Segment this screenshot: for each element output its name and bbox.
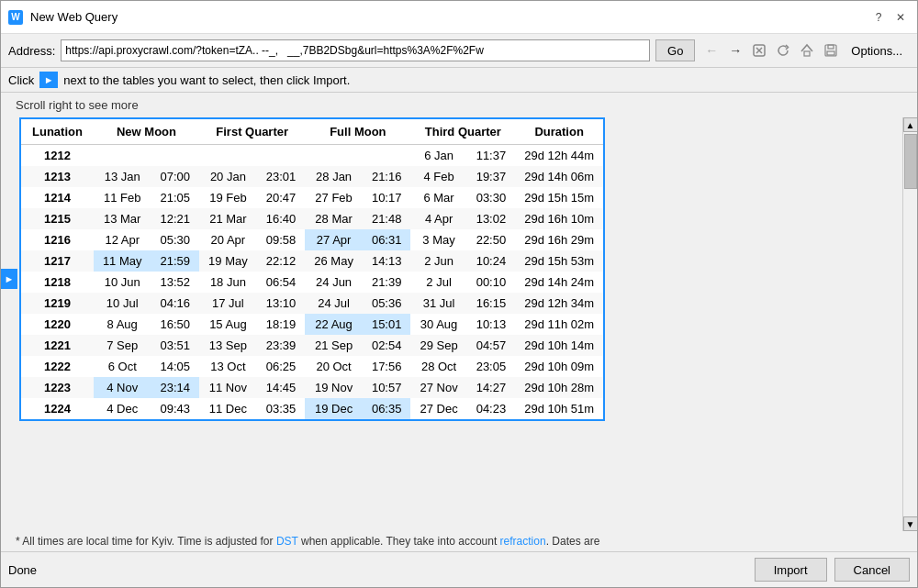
table-cell: 27 Nov bbox=[410, 377, 466, 398]
table-cell: 13 Sep bbox=[199, 335, 257, 356]
close-button[interactable]: ✕ bbox=[891, 8, 910, 27]
table-cell: 06:25 bbox=[257, 356, 306, 377]
table-cell: 11 Nov bbox=[199, 377, 257, 398]
title-bar: W New Web Query ? ✕ bbox=[1, 1, 917, 34]
table-cell: 13:10 bbox=[257, 293, 306, 314]
title-bar-left: W New Web Query bbox=[8, 10, 118, 25]
table-cell: 1214 bbox=[20, 187, 94, 208]
web-icon: W bbox=[8, 10, 23, 25]
table-cell: 19 Dec bbox=[305, 398, 363, 420]
col-duration: Duration bbox=[515, 118, 604, 145]
table-cell: 29d 14h 06m bbox=[515, 166, 604, 187]
table-cell: 1220 bbox=[20, 314, 94, 335]
dialog-title: New Web Query bbox=[30, 10, 118, 24]
table-cell: 19 Feb bbox=[199, 187, 257, 208]
cancel-button[interactable]: Cancel bbox=[834, 558, 910, 582]
save-button[interactable] bbox=[820, 39, 842, 61]
scroll-down-arrow[interactable]: ▼ bbox=[903, 516, 918, 531]
table-cell: 4 Feb bbox=[410, 166, 466, 187]
lunar-table: Lunation New Moon First Quarter Full Moo… bbox=[19, 117, 605, 421]
table-cell: 26 May bbox=[305, 250, 363, 272]
table-cell: 21:05 bbox=[151, 187, 200, 208]
table-cell: 6 Jan bbox=[410, 145, 466, 167]
table-cell: 21:39 bbox=[363, 272, 411, 293]
table-cell: 03:51 bbox=[151, 335, 200, 356]
click-bar: Click ► next to the tables you want to s… bbox=[1, 68, 917, 93]
address-label: Address: bbox=[8, 44, 55, 58]
table-cell: 6 Mar bbox=[410, 187, 466, 208]
table-cell: 21:48 bbox=[363, 208, 411, 229]
go-button[interactable]: Go bbox=[655, 39, 695, 61]
table-cell: 2 Jun bbox=[410, 250, 466, 272]
table-cell: 1218 bbox=[20, 272, 94, 293]
table-cell: 10:13 bbox=[467, 314, 516, 335]
table-cell: 28 Mar bbox=[305, 208, 363, 229]
table-scroll-area[interactable]: Lunation New Moon First Quarter Full Moo… bbox=[19, 117, 902, 531]
back-button[interactable]: ← bbox=[700, 39, 722, 61]
table-cell: 13 Mar bbox=[94, 208, 151, 229]
table-cell bbox=[257, 145, 306, 167]
table-cell: 1217 bbox=[20, 250, 94, 272]
table-cell: 2 Jul bbox=[410, 272, 466, 293]
import-button[interactable]: Import bbox=[755, 558, 827, 582]
table-cell: 13:02 bbox=[467, 208, 516, 229]
scroll-up-arrow[interactable]: ▲ bbox=[903, 117, 918, 132]
table-select-arrow[interactable]: ► bbox=[1, 269, 17, 289]
table-cell: 30 Aug bbox=[410, 314, 466, 335]
table-cell: 12:21 bbox=[151, 208, 200, 229]
table-cell: 19:37 bbox=[467, 166, 516, 187]
table-cell: 10 Jun bbox=[94, 272, 151, 293]
table-cell: 1215 bbox=[20, 208, 94, 229]
table-cell: 27 Dec bbox=[410, 398, 466, 420]
col-third-quarter: Third Quarter bbox=[410, 118, 515, 145]
table-cell: 7 Sep bbox=[94, 335, 151, 356]
table-cell bbox=[94, 145, 151, 167]
table-cell: 29 Sep bbox=[410, 335, 466, 356]
table-cell: 27 Feb bbox=[305, 187, 363, 208]
home-button[interactable] bbox=[796, 39, 818, 61]
table-cell: 21 Sep bbox=[305, 335, 363, 356]
table-cell: 1221 bbox=[20, 335, 94, 356]
table-cell: 29d 11h 02m bbox=[515, 314, 604, 335]
table-cell: 04:57 bbox=[467, 335, 516, 356]
table-cell: 28 Oct bbox=[410, 356, 466, 377]
table-cell: 29d 16h 10m bbox=[515, 208, 604, 229]
table-cell: 07:00 bbox=[151, 166, 200, 187]
click-instruction: next to the tables you want to select, t… bbox=[63, 73, 350, 87]
table-cell: 1213 bbox=[20, 166, 94, 187]
svg-rect-3 bbox=[804, 51, 810, 56]
table-cell: 29d 12h 44m bbox=[515, 145, 604, 167]
table-cell: 23:01 bbox=[257, 166, 306, 187]
help-button[interactable]: ? bbox=[869, 8, 888, 27]
table-cell: 18 Jun bbox=[199, 272, 257, 293]
table-cell: 15 Aug bbox=[199, 314, 257, 335]
table-cell: 14:45 bbox=[257, 377, 306, 398]
table-cell: 29d 15h 15m bbox=[515, 187, 604, 208]
table-cell: 1222 bbox=[20, 356, 94, 377]
table-cell: 29d 10h 14m bbox=[515, 335, 604, 356]
table-cell: 06:31 bbox=[363, 229, 411, 250]
click-label: Click bbox=[8, 73, 34, 87]
status-text: Done bbox=[8, 563, 37, 577]
vertical-scrollbar[interactable]: ▲ ▼ bbox=[902, 117, 917, 531]
dst-link[interactable]: DST bbox=[276, 535, 298, 548]
table-cell: 23:39 bbox=[257, 335, 306, 356]
table-cell: 05:36 bbox=[363, 293, 411, 314]
table-cell: 21:59 bbox=[151, 250, 200, 272]
table-cell: 22:12 bbox=[257, 250, 306, 272]
refresh-button[interactable] bbox=[772, 39, 794, 61]
table-cell: 20 Oct bbox=[305, 356, 363, 377]
options-button[interactable]: Options... bbox=[844, 39, 910, 61]
table-cell bbox=[363, 145, 411, 167]
table-cell: 16:15 bbox=[467, 293, 516, 314]
stop-button[interactable] bbox=[748, 39, 770, 61]
table-cell: 09:58 bbox=[257, 229, 306, 250]
table-cell: 14:05 bbox=[151, 356, 200, 377]
forward-button[interactable]: → bbox=[724, 39, 746, 61]
refraction-link[interactable]: refraction bbox=[500, 535, 546, 548]
scroll-thumb[interactable] bbox=[904, 134, 917, 189]
footnote-text: * All times are local time for Kyiv. Tim… bbox=[16, 535, 276, 548]
address-input[interactable] bbox=[61, 39, 650, 61]
col-new-moon: New Moon bbox=[94, 118, 199, 145]
table-cell: 1216 bbox=[20, 229, 94, 250]
